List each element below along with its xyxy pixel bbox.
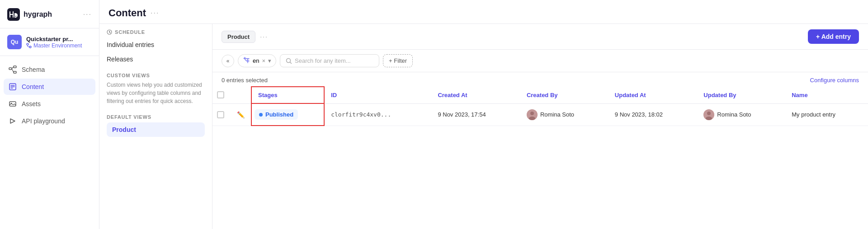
avatar-image-2 bbox=[703, 109, 714, 120]
table-row: ✏️ Published clorfitr9c4xv0... bbox=[212, 103, 868, 126]
svg-point-16 bbox=[707, 112, 711, 115]
content-table: Stages ID Created At Created By Updated … bbox=[212, 86, 868, 126]
assets-label: Assets bbox=[22, 100, 41, 107]
header-updated-at: Updated At bbox=[609, 87, 698, 103]
nav-items: Schema Content Assets bbox=[0, 56, 99, 135]
schema-icon bbox=[8, 65, 17, 74]
workspace-info: Quickstarter pr... Master Environment bbox=[26, 36, 92, 49]
search-icon bbox=[286, 58, 292, 64]
table-header-row: Stages ID Created At Created By Updated … bbox=[212, 87, 868, 103]
hygraph-logo-icon bbox=[7, 8, 20, 21]
lang-code: en bbox=[253, 57, 259, 64]
row-name: My product entry bbox=[785, 103, 868, 126]
table-body: ✏️ Published clorfitr9c4xv0... bbox=[212, 103, 868, 126]
row-created-by: Romina Soto bbox=[520, 103, 609, 126]
right-top-bar: Product ··· + Add entry bbox=[212, 24, 868, 50]
workspace-name: Quickstarter pr... bbox=[26, 36, 92, 42]
header-created-by: Created By bbox=[520, 87, 609, 103]
header-updated-by: Updated By bbox=[697, 87, 785, 103]
individual-entries-item[interactable]: Individual entries bbox=[107, 37, 205, 52]
tab-more-icon[interactable]: ··· bbox=[260, 33, 268, 40]
lang-chevron-icon[interactable]: ▾ bbox=[268, 57, 271, 64]
product-tab-label: Product bbox=[227, 33, 250, 40]
workspace-avatar: Qu bbox=[7, 35, 22, 49]
published-badge: Published bbox=[255, 109, 298, 120]
content-left-panel: SCHEDULE Individual entries Releases CUS… bbox=[99, 24, 212, 229]
filter-button[interactable]: + Filter bbox=[383, 54, 413, 67]
page-title: Content bbox=[108, 7, 146, 19]
clock-icon bbox=[107, 29, 112, 35]
svg-rect-3 bbox=[9, 68, 12, 70]
row-updated-by: Romina Soto bbox=[697, 103, 785, 126]
logo-text: hygraph bbox=[24, 10, 52, 19]
add-entry-button[interactable]: + Add entry bbox=[808, 29, 859, 44]
env-label: Master Environment bbox=[33, 42, 82, 49]
updated-by-avatar bbox=[703, 109, 714, 120]
content-icon bbox=[8, 82, 17, 91]
main-content: Content ··· SCHEDULE Individual entries … bbox=[99, 0, 868, 229]
translate-icon bbox=[243, 56, 250, 65]
svg-point-1 bbox=[27, 43, 28, 45]
header-name: Name bbox=[785, 87, 868, 103]
entries-selected-count: 0 entries selected bbox=[222, 77, 268, 84]
row-stage: Published bbox=[251, 103, 324, 126]
sidebar-item-content[interactable]: Content bbox=[4, 79, 95, 95]
workspace-section[interactable]: Qu Quickstarter pr... Master Environment bbox=[0, 28, 99, 56]
default-views-header: DEFAULT VIEWS bbox=[107, 110, 205, 122]
content-title-more-icon[interactable]: ··· bbox=[151, 9, 159, 17]
workspace-env: Master Environment bbox=[26, 42, 92, 49]
default-view-product[interactable]: Product bbox=[107, 122, 205, 137]
product-tab[interactable]: Product bbox=[222, 31, 255, 43]
svg-point-17 bbox=[706, 117, 712, 120]
table-meta: 0 entries selected Configure columns bbox=[212, 72, 868, 86]
updated-by-cell: Romina Soto bbox=[703, 109, 779, 120]
search-placeholder: Search for any item... bbox=[295, 57, 351, 64]
lang-clear-icon[interactable]: × bbox=[262, 57, 265, 64]
row-id: clorfitr9c4xv0... bbox=[324, 103, 431, 126]
sidebar-item-schema[interactable]: Schema bbox=[4, 61, 95, 78]
header-checkbox-col bbox=[212, 87, 231, 103]
header-stages: Stages bbox=[251, 87, 324, 103]
select-all-checkbox[interactable] bbox=[217, 91, 224, 98]
custom-views-header: CUSTOM VIEWS bbox=[107, 66, 205, 81]
published-dot bbox=[259, 113, 263, 117]
svg-point-13 bbox=[530, 112, 534, 115]
svg-marker-9 bbox=[10, 119, 15, 123]
schema-label: Schema bbox=[22, 66, 45, 73]
schedule-section-header: SCHEDULE bbox=[107, 24, 205, 37]
logo-more-icon[interactable]: ··· bbox=[83, 10, 92, 19]
header-id: ID bbox=[324, 87, 431, 103]
content-label: Content bbox=[22, 83, 44, 90]
published-label: Published bbox=[265, 111, 293, 118]
created-by-cell: Romina Soto bbox=[527, 109, 602, 120]
row-updated-at: 9 Nov 2023, 18:02 bbox=[609, 103, 698, 126]
header-action-col bbox=[231, 87, 251, 103]
api-playground-label: API playground bbox=[22, 117, 65, 125]
svg-rect-7 bbox=[9, 102, 16, 106]
sidebar-item-assets[interactable]: Assets bbox=[4, 96, 95, 112]
table-area: 0 entries selected Configure columns Sta… bbox=[212, 72, 868, 229]
row-edit[interactable]: ✏️ bbox=[231, 103, 251, 126]
svg-point-14 bbox=[529, 117, 535, 120]
row-created-at: 9 Nov 2023, 17:54 bbox=[431, 103, 520, 126]
collapse-button[interactable]: « bbox=[222, 55, 234, 67]
configure-columns-button[interactable]: Configure columns bbox=[810, 77, 859, 84]
branch-icon bbox=[26, 43, 32, 48]
entry-id: clorfitr9c4xv0... bbox=[331, 111, 391, 118]
created-by-name: Romina Soto bbox=[540, 111, 574, 118]
right-panel: Product ··· + Add entry « en × bbox=[212, 24, 868, 229]
assets-icon bbox=[8, 99, 17, 108]
content-title: Content ··· bbox=[108, 7, 159, 19]
language-selector[interactable]: en × ▾ bbox=[238, 54, 276, 67]
releases-item[interactable]: Releases bbox=[107, 52, 205, 66]
svg-rect-5 bbox=[14, 71, 16, 73]
svg-rect-4 bbox=[14, 66, 16, 68]
sidebar: hygraph ··· Qu Quickstarter pr... Master… bbox=[0, 0, 99, 229]
logo-bar: hygraph ··· bbox=[0, 0, 99, 28]
header-created-at: Created At bbox=[431, 87, 520, 103]
edit-icon[interactable]: ✏️ bbox=[237, 111, 245, 118]
search-box[interactable]: Search for any item... bbox=[280, 54, 379, 67]
row-checkbox[interactable] bbox=[212, 103, 231, 126]
created-by-avatar bbox=[527, 109, 538, 120]
sidebar-item-api-playground[interactable]: API playground bbox=[4, 113, 95, 129]
